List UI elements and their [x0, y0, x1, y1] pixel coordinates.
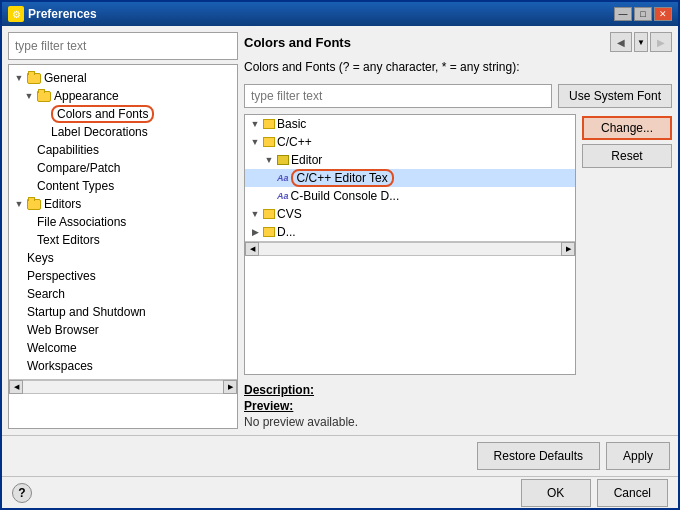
- fonts-tree-item-basic[interactable]: ▼ Basic: [245, 115, 575, 133]
- tree-label: Label Decorations: [51, 125, 148, 139]
- tree-label: Colors and Fonts: [51, 105, 154, 123]
- tree-item-welcome[interactable]: Welcome: [9, 339, 237, 357]
- tree-label: Welcome: [27, 341, 77, 355]
- left-panel: ▼ General ▼ Appearance Colors and Fonts: [8, 32, 238, 429]
- window-title: Preferences: [28, 7, 97, 21]
- cancel-button[interactable]: Cancel: [597, 479, 668, 507]
- folder-icon: [263, 137, 275, 147]
- fonts-filter-input[interactable]: [244, 84, 552, 108]
- tree-item-keys[interactable]: Keys: [9, 249, 237, 267]
- tree-item-content-types[interactable]: Content Types: [9, 177, 237, 195]
- folder-icon: [263, 227, 275, 237]
- tree-label: Workspaces: [27, 359, 93, 373]
- folder-icon: [27, 199, 41, 210]
- expand-icon: [23, 180, 35, 192]
- expand-icon: ▼: [13, 198, 25, 210]
- tree-label: Appearance: [54, 89, 119, 103]
- tree-item-editors[interactable]: ▼ Editors: [9, 195, 237, 213]
- tree-scroll-area: ▼ General ▼ Appearance Colors and Fonts: [9, 65, 237, 379]
- expand-icon: [13, 324, 25, 336]
- nav-back-dropdown[interactable]: ▼: [634, 32, 648, 52]
- fonts-tree-item-cvs[interactable]: ▼ CVS: [245, 205, 575, 223]
- tree-label: Capabilities: [37, 143, 99, 157]
- window-icon: ⚙: [8, 6, 24, 22]
- expand-icon: [13, 288, 25, 300]
- tree-item-capabilities[interactable]: Capabilities: [9, 141, 237, 159]
- close-button[interactable]: ✕: [654, 7, 672, 21]
- help-button[interactable]: ?: [12, 483, 32, 503]
- tree-item-compare-patch[interactable]: Compare/Patch: [9, 159, 237, 177]
- tree-label: C-Build Console D...: [291, 189, 400, 203]
- expand-icon: [23, 234, 35, 246]
- tree-item-text-editors[interactable]: Text Editors: [9, 231, 237, 249]
- expand-icon: [37, 108, 49, 120]
- scroll-right-btn[interactable]: ▶: [561, 242, 575, 256]
- nav-forward-button[interactable]: ▶: [650, 32, 672, 52]
- expand-icon: [23, 216, 35, 228]
- expand-icon: ▼: [263, 154, 275, 166]
- fonts-tree-item-debug[interactable]: ▶ D...: [245, 223, 575, 241]
- fonts-tree-scrollbar-h: ◀ ▶: [245, 241, 575, 255]
- tree-item-search[interactable]: Search: [9, 285, 237, 303]
- tree-label: Editor: [291, 153, 322, 167]
- expand-icon: [37, 126, 49, 138]
- description-label: Description:: [244, 383, 672, 397]
- scroll-track: [23, 380, 223, 394]
- expand-icon: [13, 360, 25, 372]
- fonts-tree-item-cpp-editor[interactable]: Aa C/C++ Editor Tex: [245, 169, 575, 187]
- footer-bar: ? OK Cancel: [2, 476, 678, 508]
- left-filter-input[interactable]: [8, 32, 238, 60]
- tree-item-perspectives[interactable]: Perspectives: [9, 267, 237, 285]
- expand-icon: [23, 144, 35, 156]
- fonts-tree-item-cpp[interactable]: ▼ C/C++: [245, 133, 575, 151]
- scroll-left-btn[interactable]: ◀: [245, 242, 259, 256]
- right-header: Colors and Fonts ◀ ▼ ▶: [244, 32, 672, 52]
- title-bar-left: ⚙ Preferences: [8, 6, 97, 22]
- tree-label: Compare/Patch: [37, 161, 120, 175]
- maximize-button[interactable]: □: [634, 7, 652, 21]
- right-panel: Colors and Fonts ◀ ▼ ▶ Colors and Fonts …: [244, 32, 672, 429]
- restore-defaults-button[interactable]: Restore Defaults: [477, 442, 600, 470]
- title-controls: — □ ✕: [614, 7, 672, 21]
- preview-label: Preview:: [244, 399, 672, 413]
- tree-item-file-associations[interactable]: File Associations: [9, 213, 237, 231]
- tree-item-startup[interactable]: Startup and Shutdown: [9, 303, 237, 321]
- preview-text: No preview available.: [244, 415, 672, 429]
- nav-back-button[interactable]: ◀: [610, 32, 632, 52]
- tree-item-web-browser[interactable]: Web Browser: [9, 321, 237, 339]
- use-system-font-button[interactable]: Use System Font: [558, 84, 672, 108]
- ok-button[interactable]: OK: [521, 479, 591, 507]
- font-icon: Aa: [277, 173, 289, 183]
- tree-label: Content Types: [37, 179, 114, 193]
- scroll-right-btn[interactable]: ▶: [223, 380, 237, 394]
- tree-label: C/C++ Editor Tex: [291, 169, 394, 187]
- tree-label: Basic: [277, 117, 306, 131]
- apply-button[interactable]: Apply: [606, 442, 670, 470]
- description-section: Description: Preview: No preview availab…: [244, 383, 672, 429]
- reset-button[interactable]: Reset: [582, 144, 672, 168]
- footer-buttons: OK Cancel: [521, 479, 668, 507]
- tree-item-general[interactable]: ▼ General: [9, 69, 237, 87]
- tree-label: Text Editors: [37, 233, 100, 247]
- scroll-left-btn[interactable]: ◀: [9, 380, 23, 394]
- scroll-track: [259, 242, 561, 256]
- fonts-tree-item-cbuild[interactable]: Aa C-Build Console D...: [245, 187, 575, 205]
- folder-icon: [263, 119, 275, 129]
- expand-icon: ▶: [249, 226, 261, 238]
- folder-icon: [277, 155, 289, 165]
- tree-label: CVS: [277, 207, 302, 221]
- tree-item-colors-fonts[interactable]: Colors and Fonts: [9, 105, 237, 123]
- change-button[interactable]: Change...: [582, 116, 672, 140]
- right-panel-title: Colors and Fonts: [244, 35, 351, 50]
- left-tree: ▼ General ▼ Appearance Colors and Fonts: [8, 64, 238, 429]
- fonts-tree-item-editor[interactable]: ▼ Editor: [245, 151, 575, 169]
- tree-label: C/C++: [277, 135, 312, 149]
- tree-item-workspaces[interactable]: Workspaces: [9, 357, 237, 375]
- font-icon: Aa: [277, 191, 289, 201]
- minimize-button[interactable]: —: [614, 7, 632, 21]
- tree-item-label-decorations[interactable]: Label Decorations: [9, 123, 237, 141]
- tree-item-appearance[interactable]: ▼ Appearance: [9, 87, 237, 105]
- tree-label: Startup and Shutdown: [27, 305, 146, 319]
- tree-label: Perspectives: [27, 269, 96, 283]
- tree-label: Web Browser: [27, 323, 99, 337]
